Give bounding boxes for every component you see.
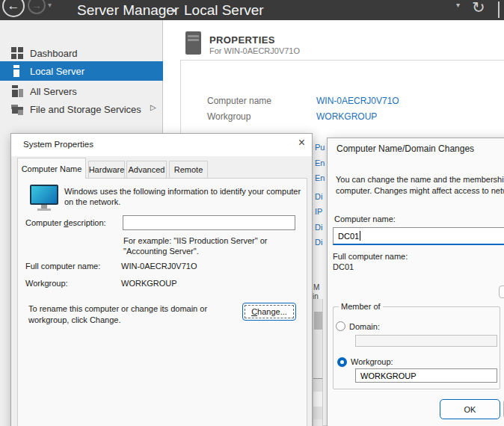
- example-text: For example: "IIS Production Server" or: [123, 236, 267, 245]
- clipped-text-fragment: M: [313, 283, 319, 291]
- domain-changes-dialog: Computer Name/Domain Changes You can cha…: [327, 138, 504, 426]
- properties-title: PROPERTIES: [209, 34, 275, 46]
- expand-arrow-icon[interactable]: ▷: [150, 103, 156, 111]
- server-icon: [185, 31, 201, 55]
- member-of-label: Member of: [339, 302, 383, 311]
- more-button-partial[interactable]: [499, 285, 504, 298]
- nav-dropdown-caret-icon[interactable]: ▾: [48, 1, 52, 9]
- scrollbar-thumb[interactable]: [314, 312, 322, 330]
- ok-button-label: OK: [464, 405, 476, 414]
- manage-dropdown-caret-icon[interactable]: ▾: [456, 1, 460, 9]
- clipped-value-fragment: IP: [315, 207, 322, 216]
- intro-text: on the network.: [64, 197, 120, 206]
- ok-button[interactable]: OK: [440, 399, 500, 419]
- system-properties-dialog: System Properties × Computer Name Hardwa…: [10, 133, 313, 426]
- tab-label: Computer Name: [22, 164, 82, 173]
- all-servers-icon: [11, 85, 24, 97]
- sidebar-item-label: All Servers: [30, 86, 77, 97]
- clipped-value-fragment: Pu: [315, 143, 325, 152]
- change-button[interactable]: Change...: [242, 303, 296, 321]
- notification-flag-icon[interactable]: [498, 1, 500, 18]
- tab-advanced[interactable]: Advanced: [126, 161, 167, 179]
- full-computer-name-value: WIN-0AECRJ0V71O: [121, 262, 197, 271]
- clipped-value-fragment: En: [315, 158, 325, 167]
- domain-input[interactable]: [355, 335, 497, 347]
- workgroup-radio[interactable]: [337, 357, 347, 367]
- clipped-value-fragment: Di: [315, 192, 322, 201]
- dialog-title: System Properties: [23, 140, 93, 149]
- workgroup-value: WORKGROUP: [121, 279, 177, 288]
- clipped-value-fragment: Di: [315, 223, 322, 232]
- sidebar-item-local-server[interactable]: Local Server: [0, 61, 163, 81]
- property-label: Workgroup: [207, 111, 251, 122]
- example-text: "Accounting Server".: [123, 247, 199, 256]
- title-bar: ← → ▾ Server Manager ▸ Local Server ▾ ↻: [0, 0, 504, 20]
- breadcrumb-current: Local Server: [184, 0, 264, 20]
- tab-label: Advanced: [129, 165, 165, 174]
- breadcrumb-separator-icon: ▸: [173, 0, 177, 20]
- intro-text: Windows uses the following information t…: [64, 187, 301, 196]
- computer-name-input-value: DC01: [338, 232, 359, 241]
- tab-hardware[interactable]: Hardware: [88, 161, 125, 179]
- tab-label: Remote: [174, 165, 203, 174]
- clipped-value-fragment: En: [315, 173, 325, 182]
- sidebar-item-label: File and Storage Services: [30, 104, 141, 115]
- computer-name-input[interactable]: DC01: [333, 227, 504, 245]
- workgroup-radio-label: Workgroup:: [351, 357, 393, 366]
- back-icon[interactable]: ←: [2, 0, 25, 17]
- workgroup-input-value: WORKGROUP: [360, 371, 417, 380]
- dashboard-icon: [11, 47, 24, 59]
- domain-radio-label: Domain:: [349, 322, 380, 331]
- workgroup-input[interactable]: WORKGROUP: [355, 368, 497, 383]
- dialog-title-bar: System Properties ×: [11, 134, 312, 156]
- computer-description-label: Computer description:: [25, 218, 106, 227]
- file-storage-icon: [11, 103, 24, 115]
- sidebar-item-label: Dashboard: [30, 48, 78, 59]
- sidebar-item-label: Local Server: [30, 66, 84, 77]
- full-computer-name-label: Full computer name:: [333, 252, 408, 261]
- tab-label: Hardware: [89, 165, 125, 174]
- workgroup-label: Workgroup:: [25, 279, 68, 288]
- property-label: Computer name: [207, 96, 271, 106]
- rename-hint-text: workgroup, click Change.: [28, 315, 121, 324]
- intro-text: You can change the name and the membersh…: [336, 175, 504, 184]
- property-value-link[interactable]: WORKGROUP: [316, 111, 377, 122]
- rename-hint-text: To rename this computer or change its do…: [28, 304, 207, 313]
- property-value-link[interactable]: WIN-0AECRJ0V71O: [316, 96, 399, 106]
- domain-radio[interactable]: [336, 321, 345, 331]
- background-scrollbar: [313, 299, 323, 426]
- computer-name-tab-page: Windows uses the following information t…: [17, 178, 307, 426]
- breadcrumb-root[interactable]: Server Manager: [77, 0, 179, 20]
- close-icon[interactable]: ×: [298, 136, 305, 149]
- full-computer-name-value: DC01: [333, 262, 354, 271]
- properties-subtitle: For WIN-0AECRJ0V71O: [209, 46, 300, 55]
- sidebar-item-file-storage[interactable]: File and Storage Services ▷: [0, 101, 163, 117]
- monitor-icon: [30, 185, 60, 212]
- server-manager-window: ← → ▾ Server Manager ▸ Local Server ▾ ↻ …: [0, 0, 504, 426]
- local-server-icon: [11, 65, 24, 77]
- sidebar-item-dashboard[interactable]: Dashboard: [0, 45, 163, 61]
- text-cursor: [360, 231, 360, 241]
- forward-icon[interactable]: →: [28, 0, 46, 14]
- refresh-icon[interactable]: ↻: [472, 0, 485, 16]
- dialog-title: Computer Name/Domain Changes: [336, 143, 474, 154]
- tab-remote[interactable]: Remote: [169, 161, 208, 179]
- computer-description-input[interactable]: [123, 215, 295, 230]
- sidebar-item-all-servers[interactable]: All Servers: [0, 83, 163, 99]
- intro-text: computer. Changes might affect access to…: [336, 186, 504, 195]
- full-computer-name-label: Full computer name:: [25, 262, 100, 271]
- clipped-value-fragment: Di: [315, 238, 322, 247]
- computer-name-label: Computer name:: [334, 214, 396, 223]
- tab-computer-name[interactable]: Computer Name: [17, 158, 86, 179]
